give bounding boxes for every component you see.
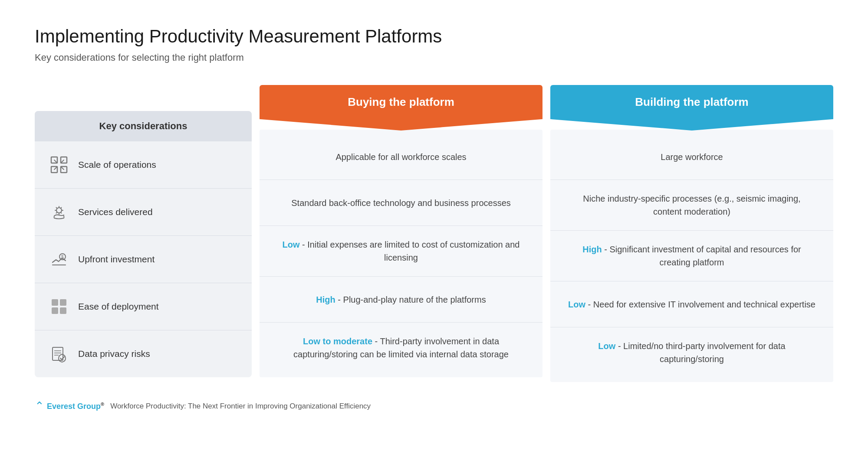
buy-highlight-3: Low [283, 240, 300, 249]
build-column-header: Building the platform [550, 85, 833, 131]
footer-caption: Workforce Productivity: The Next Frontie… [110, 402, 371, 411]
build-cell-4: Low - Need for extensive IT involvement … [550, 281, 833, 327]
buy-highlight-5: Low to moderate [303, 336, 372, 346]
deployment-label: Ease of deployment [78, 301, 159, 312]
svg-line-4 [54, 160, 57, 163]
list-item: $ Upfront investment [35, 236, 252, 283]
list-item: Ease of deployment [35, 283, 252, 330]
svg-rect-13 [60, 299, 66, 306]
svg-rect-16 [53, 347, 63, 360]
svg-line-6 [54, 167, 57, 170]
svg-line-5 [61, 160, 64, 163]
privacy-label: Data privacy risks [78, 349, 150, 359]
svg-rect-14 [52, 307, 58, 314]
build-cell-2: Niche industry-specific processes (e.g.,… [550, 180, 833, 231]
footer-logo: ⌃ Everest Group® [35, 399, 104, 413]
footer-logo-text: Everest Group® [47, 402, 104, 411]
buy-column: Buying the platform Applicable for all w… [260, 85, 542, 377]
footer: ⌃ Everest Group® Workforce Productivity:… [35, 399, 833, 413]
services-label: Services delivered [78, 207, 153, 217]
svg-text:$: $ [61, 255, 64, 259]
deployment-icon [48, 295, 70, 318]
build-highlight-4: Low [568, 300, 585, 309]
left-column: Key considerations Scale of operations [35, 111, 252, 377]
list-item: Services delivered [35, 189, 252, 236]
build-cell-1: Large workforce [550, 134, 833, 180]
buy-column-header: Buying the platform [260, 85, 542, 131]
scale-label: Scale of operations [78, 160, 156, 170]
svg-line-7 [61, 167, 64, 170]
build-column: Building the platform Large workforce Ni… [550, 85, 833, 382]
svg-rect-12 [52, 299, 58, 306]
buy-cell-2: Standard back-office technology and busi… [260, 180, 542, 226]
privacy-icon [48, 343, 70, 365]
list-item: Data privacy risks [35, 330, 252, 377]
investment-icon: $ [48, 248, 70, 271]
investment-label: Upfront investment [78, 254, 155, 265]
buy-highlight-4: High [316, 295, 335, 304]
buy-cell-4: High - Plug-and-play nature of the platf… [260, 277, 542, 323]
list-item: Scale of operations [35, 141, 252, 189]
buy-cell-3: Low - Initial expenses are limited to co… [260, 226, 542, 277]
build-highlight-3: High [582, 245, 602, 254]
left-column-header: Key considerations [35, 111, 252, 141]
page-subtitle: Key considerations for selecting the rig… [35, 52, 833, 63]
page-title: Implementing Productivity Measurement Pl… [35, 26, 833, 47]
buy-cell-5: Low to moderate - Third-party involvemen… [260, 323, 542, 373]
svg-rect-15 [60, 307, 66, 314]
services-icon [48, 201, 70, 223]
build-column-body: Large workforce Niche industry-specific … [550, 130, 833, 382]
buy-column-body: Applicable for all workforce scales Stan… [260, 130, 542, 377]
build-cell-3: High - Significant investment of capital… [550, 231, 833, 281]
scale-icon [48, 154, 70, 176]
everest-chevron-icon: ⌃ [35, 399, 44, 413]
build-highlight-5: Low [598, 341, 615, 351]
main-content: Key considerations Scale of operations [35, 85, 833, 382]
buy-cell-1: Applicable for all workforce scales [260, 134, 542, 180]
build-cell-5: Low - Limited/no third-party involvement… [550, 327, 833, 378]
